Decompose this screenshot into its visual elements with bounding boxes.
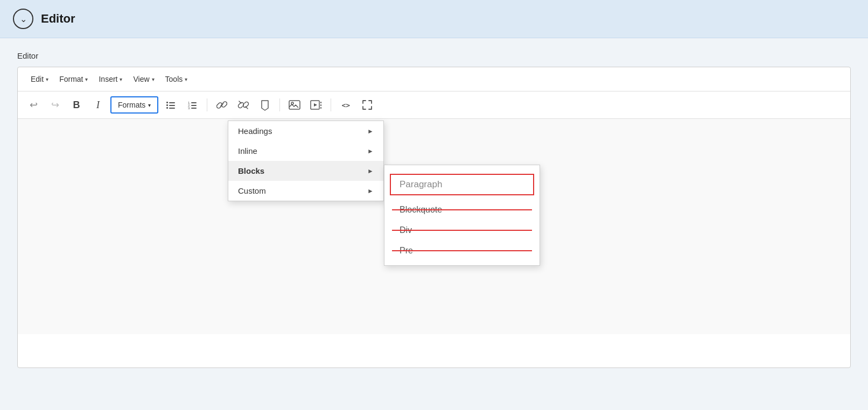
svg-rect-3 [169, 105, 175, 106]
menu-format[interactable]: Format ▾ [55, 73, 92, 86]
separator-2 [279, 98, 280, 111]
svg-rect-5 [169, 108, 175, 109]
menu-format-arrow: ▾ [85, 76, 88, 82]
blocks-chevron: ► [367, 167, 374, 175]
menu-tools[interactable]: Tools ▾ [161, 73, 192, 86]
unlink-icon [237, 99, 249, 111]
svg-rect-9 [191, 105, 197, 106]
media-icon [310, 100, 322, 110]
div-strikethrough [392, 230, 532, 231]
submenu-pre[interactable]: Pre [384, 241, 540, 261]
menu-bar: Edit ▾ Format ▾ Insert ▾ View ▾ Tools ▾ [18, 67, 850, 91]
svg-text:3.: 3. [188, 107, 191, 110]
formats-button[interactable]: Formats ▾ [110, 96, 158, 114]
separator-1 [207, 98, 207, 111]
submenu-blockquote[interactable]: Blockquote [384, 200, 540, 220]
menu-insert-arrow: ▾ [120, 76, 122, 82]
bold-button[interactable]: B [67, 96, 86, 114]
page-body: Editor Edit ▾ Format ▾ Insert ▾ View ▾ T… [0, 38, 868, 381]
formats-dropdown: Headings ► Inline ► Blocks ► Custom ► [228, 121, 384, 201]
menu-view-arrow: ▾ [152, 76, 155, 82]
unordered-list-button[interactable] [162, 96, 180, 114]
ordered-list-icon: 1. 2. 3. [187, 100, 198, 110]
code-button[interactable]: <> [337, 96, 355, 114]
svg-rect-2 [166, 104, 168, 106]
svg-rect-17 [320, 102, 321, 103]
svg-rect-1 [169, 102, 175, 103]
menu-insert-label: Insert [99, 75, 117, 83]
page-label: Editor [17, 51, 851, 60]
submenu-div[interactable]: Div [384, 220, 540, 241]
svg-rect-7 [191, 102, 197, 103]
svg-rect-18 [320, 104, 321, 106]
dropdown-headings[interactable]: Headings ► [228, 121, 383, 141]
blocks-submenu: Paragraph Blockquote Div Pre [384, 165, 540, 266]
paragraph-label: Paragraph [400, 179, 442, 190]
custom-label: Custom [238, 186, 266, 195]
svg-rect-0 [166, 102, 168, 103]
top-header: ⌄ Editor [0, 0, 868, 38]
italic-button[interactable]: I [89, 96, 107, 114]
redo-button[interactable]: ↪ [46, 96, 64, 114]
ordered-list-button[interactable]: 1. 2. 3. [183, 96, 201, 114]
blocks-label: Blocks [238, 166, 264, 175]
media-button[interactable] [307, 96, 325, 114]
dropdown-blocks[interactable]: Blocks ► [228, 161, 383, 181]
anchor-button[interactable] [256, 96, 274, 114]
header-title: Editor [41, 12, 75, 26]
inline-chevron: ► [367, 147, 374, 155]
svg-rect-4 [166, 107, 168, 109]
menu-insert[interactable]: Insert ▾ [94, 73, 127, 86]
inline-label: Inline [238, 146, 257, 155]
dropdown-custom[interactable]: Custom ► [228, 181, 383, 201]
blockquote-strikethrough [392, 209, 532, 210]
headings-chevron: ► [367, 128, 374, 135]
svg-rect-19 [320, 107, 321, 109]
submenu-paragraph[interactable]: Paragraph [390, 174, 534, 195]
dropdown-inline[interactable]: Inline ► [228, 141, 383, 161]
headings-label: Headings [238, 126, 272, 136]
svg-rect-11 [191, 108, 197, 109]
fullscreen-icon [362, 100, 373, 110]
toolbar: ↩ ↪ B I Formats ▾ [18, 91, 850, 119]
pre-strikethrough [392, 250, 532, 251]
anchor-icon [260, 99, 270, 111]
menu-edit[interactable]: Edit ▾ [26, 73, 53, 86]
link-button[interactable] [213, 96, 231, 114]
image-icon [289, 100, 300, 110]
unlink-button[interactable] [234, 96, 253, 114]
formats-label: Formats [118, 101, 145, 109]
menu-view[interactable]: View ▾ [129, 73, 158, 86]
menu-edit-label: Edit [31, 75, 44, 83]
image-button[interactable] [285, 96, 304, 114]
menu-view-label: View [133, 75, 149, 83]
custom-chevron: ► [367, 187, 374, 195]
formats-arrow: ▾ [148, 102, 151, 108]
menu-tools-arrow: ▾ [185, 76, 187, 82]
menu-edit-arrow: ▾ [46, 76, 48, 82]
link-icon [216, 100, 227, 110]
menu-tools-label: Tools [165, 75, 183, 83]
editor-container: Edit ▾ Format ▾ Insert ▾ View ▾ Tools ▾ [17, 67, 851, 368]
undo-button[interactable]: ↩ [24, 96, 43, 114]
unordered-list-icon [165, 100, 176, 110]
menu-format-label: Format [59, 75, 83, 83]
collapse-icon[interactable]: ⌄ [13, 9, 33, 29]
separator-3 [331, 98, 331, 111]
fullscreen-button[interactable] [358, 96, 376, 114]
